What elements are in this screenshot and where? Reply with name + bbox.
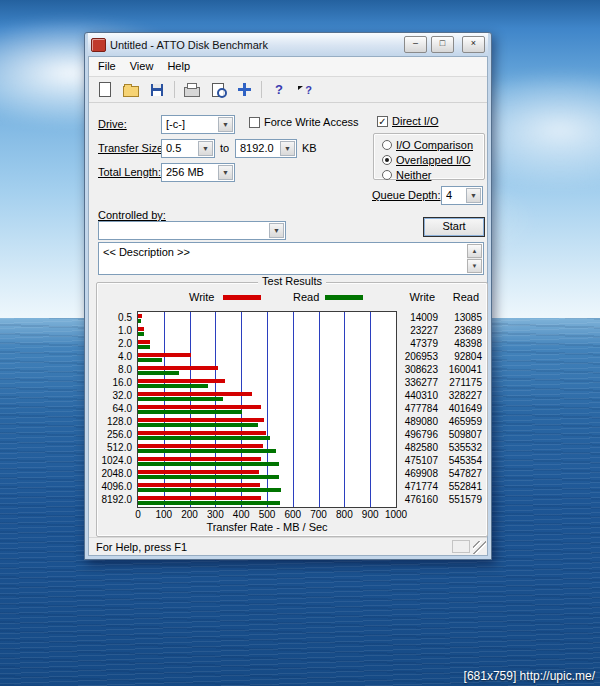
context-help-icon: ? <box>298 84 312 96</box>
menu-view[interactable]: View <box>123 58 161 75</box>
transfer-size-from-select[interactable]: 0.5 ▼ <box>161 139 215 158</box>
status-text: For Help, press F1 <box>91 540 452 554</box>
print-button[interactable] <box>180 78 204 101</box>
new-button[interactable] <box>93 78 117 101</box>
force-write-access-box[interactable] <box>249 117 260 128</box>
read-bar <box>138 475 279 479</box>
x-tick-label: 700 <box>310 509 327 520</box>
chevron-down-icon[interactable]: ▼ <box>218 165 233 180</box>
to-label: to <box>220 142 229 154</box>
total-length-select[interactable]: 256 MB ▼ <box>161 163 235 182</box>
transfer-size-to-value: 8192.0 <box>240 142 279 154</box>
description-scrollbar[interactable]: ▲ ▼ <box>467 244 482 273</box>
x-axis-ticks: 01002003004005006007008009001000 <box>138 509 396 521</box>
write-value: 471774 <box>397 480 441 493</box>
description-box[interactable]: << Description >> ▲ ▼ <box>98 242 484 275</box>
menu-help[interactable]: Help <box>160 58 197 75</box>
force-write-access-label: Force Write Access <box>264 116 359 128</box>
chevron-down-icon[interactable]: ▼ <box>269 223 284 238</box>
force-write-access-checkbox[interactable]: Force Write Access <box>249 116 359 128</box>
app-icon <box>91 38 106 52</box>
start-button[interactable]: Start <box>423 217 485 237</box>
radio-dot[interactable] <box>382 155 392 165</box>
minimize-button[interactable]: – <box>404 36 427 53</box>
read-column-header: Read <box>439 291 479 303</box>
titlebar[interactable]: Untitled - ATTO Disk Benchmark – □ × <box>88 33 488 56</box>
radio-dot[interactable] <box>382 170 392 180</box>
write-bar <box>138 483 260 487</box>
chevron-down-icon[interactable]: ▼ <box>466 188 481 203</box>
test-results-title: Test Results <box>258 275 326 287</box>
scroll-down-icon[interactable]: ▼ <box>467 259 482 273</box>
read-bar <box>138 332 144 336</box>
print-preview-button[interactable] <box>206 78 230 101</box>
chevron-down-icon[interactable]: ▼ <box>218 117 233 132</box>
x-tick-label: 100 <box>155 509 172 520</box>
open-button[interactable] <box>119 78 143 101</box>
radio-overlapped-i-o[interactable]: Overlapped I/O <box>382 153 484 167</box>
write-bar <box>138 405 261 409</box>
controlled-by-select[interactable]: ▼ <box>98 221 286 240</box>
write-bar <box>138 470 259 474</box>
chevron-down-icon[interactable]: ▼ <box>198 141 213 156</box>
read-value: 552841 <box>441 480 485 493</box>
about-button[interactable]: ? <box>267 78 291 101</box>
radio-i-o-comparison[interactable]: I/O Comparison <box>382 138 484 152</box>
write-bar <box>138 496 261 500</box>
resize-grip[interactable] <box>473 541 486 554</box>
chart-category-label: 8.0 <box>101 363 137 376</box>
chart-row <box>138 481 396 494</box>
drive-select[interactable]: [-c-] ▼ <box>161 115 235 134</box>
pan-button[interactable] <box>232 78 256 101</box>
write-value: 489080 <box>397 415 441 428</box>
radio-label: Neither <box>396 169 431 181</box>
queue-depth-select[interactable]: 4 ▼ <box>441 186 483 205</box>
transfer-size-from-value: 0.5 <box>166 142 197 154</box>
write-bar <box>138 379 225 383</box>
test-results-group: Test Results Write Read Write Read 0.51.… <box>96 282 488 537</box>
maximize-button[interactable]: □ <box>431 36 454 53</box>
total-length-value: 256 MB <box>166 166 217 178</box>
drive-label[interactable]: Drive: <box>98 118 127 130</box>
transfer-size-label[interactable]: Transfer Size: <box>98 142 166 154</box>
close-button[interactable]: × <box>462 36 485 53</box>
chart-category-label: 4.0 <box>101 350 137 363</box>
scroll-up-icon[interactable]: ▲ <box>467 244 482 258</box>
save-icon <box>151 84 163 96</box>
total-length-label[interactable]: Total Length: <box>98 166 161 178</box>
print-preview-icon <box>212 83 224 97</box>
direct-io-checkbox[interactable]: ✓ Direct I/O <box>377 115 438 127</box>
radio-dot[interactable] <box>382 140 392 150</box>
toolbar-separator <box>174 81 175 98</box>
controlled-by-label[interactable]: Controlled by: <box>98 209 166 221</box>
chart-category-label: 16.0 <box>101 376 137 389</box>
chart-category-label: 1024.0 <box>101 454 137 467</box>
chart-plot <box>137 311 397 508</box>
direct-io-box[interactable]: ✓ <box>377 116 388 127</box>
transfer-size-to-select[interactable]: 8192.0 ▼ <box>235 139 297 158</box>
read-value: 509807 <box>441 428 485 441</box>
write-bar <box>138 366 218 370</box>
save-button[interactable] <box>145 78 169 101</box>
context-help-button[interactable]: ? <box>293 78 317 101</box>
read-value: 328227 <box>441 389 485 402</box>
read-bar <box>138 358 162 362</box>
menu-file[interactable]: File <box>91 58 123 75</box>
read-bar <box>138 488 281 492</box>
write-bar <box>138 418 264 422</box>
write-bar <box>138 314 142 318</box>
queue-depth-label[interactable]: Queue Depth: <box>372 189 441 201</box>
radio-neither[interactable]: Neither <box>382 168 484 182</box>
help-icon: ? <box>275 82 283 97</box>
read-bar <box>138 410 242 414</box>
chevron-down-icon[interactable]: ▼ <box>280 141 295 156</box>
chart-row <box>138 429 396 442</box>
read-value: 465959 <box>441 415 485 428</box>
toolbar: ? ? <box>89 77 487 103</box>
open-folder-icon <box>123 86 139 97</box>
write-value: 477784 <box>397 402 441 415</box>
write-bar <box>138 340 150 344</box>
direct-io-label: Direct I/O <box>392 115 438 127</box>
read-values-column: 1308523689483989280416004127117532822740… <box>441 311 485 508</box>
x-tick-label: 400 <box>233 509 250 520</box>
